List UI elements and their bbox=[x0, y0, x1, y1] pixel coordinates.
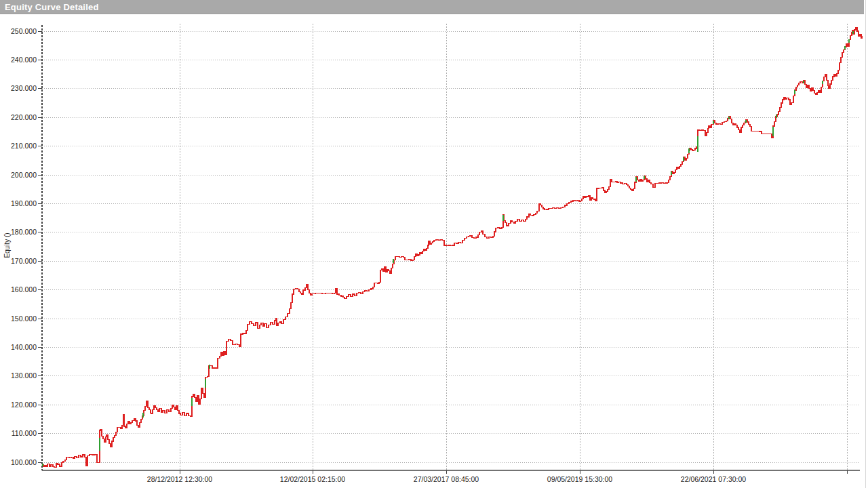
y-tick-label: 230.000 bbox=[11, 84, 37, 92]
x-tick-label: 09/05/2019 15:30:00 bbox=[547, 475, 613, 483]
equity-line bbox=[42, 27, 862, 467]
y-tick-label: 100.000 bbox=[11, 458, 37, 466]
y-tick-label: 190.000 bbox=[11, 199, 37, 207]
y-tick-label: 150.000 bbox=[11, 314, 37, 323]
y-tick-label: 200.000 bbox=[11, 171, 37, 179]
y-tick-label: 240.000 bbox=[11, 56, 37, 64]
x-tick-label: 12/02/2015 02:15:00 bbox=[280, 475, 346, 483]
y-tick-label: 140.000 bbox=[11, 343, 37, 351]
y-tick-label: 170.000 bbox=[11, 257, 37, 265]
y-tick-label: 110.000 bbox=[12, 429, 37, 437]
y-tick-label: 160.000 bbox=[11, 285, 37, 293]
y-tick-label: 220.000 bbox=[11, 113, 37, 121]
y-tick-label: 120.000 bbox=[11, 401, 37, 409]
y-tick-label: 180.000 bbox=[11, 228, 37, 236]
y-axis-title: Equity () bbox=[3, 232, 11, 258]
x-tick-label: 27/03/2017 08:45:00 bbox=[414, 475, 479, 483]
y-tick-label: 250.000 bbox=[11, 27, 37, 35]
y-tick-label: 210.000 bbox=[11, 142, 37, 150]
x-tick-label: 28/12/2012 12:30:00 bbox=[147, 475, 213, 483]
y-tick-label: 130.000 bbox=[11, 371, 37, 380]
panel-title-bar: Equity Curve Detailed bbox=[0, 0, 864, 14]
equity-curve-chart[interactable]: 100.000110.000120.000130.000140.000150.0… bbox=[0, 0, 868, 488]
x-tick-label: 22/06/2021 07:30:00 bbox=[681, 475, 747, 483]
panel-title: Equity Curve Detailed bbox=[5, 2, 99, 12]
equity-curve-panel: Equity Curve Detailed 100.000110.000120.… bbox=[0, 0, 868, 488]
panel-right-border bbox=[865, 0, 866, 488]
